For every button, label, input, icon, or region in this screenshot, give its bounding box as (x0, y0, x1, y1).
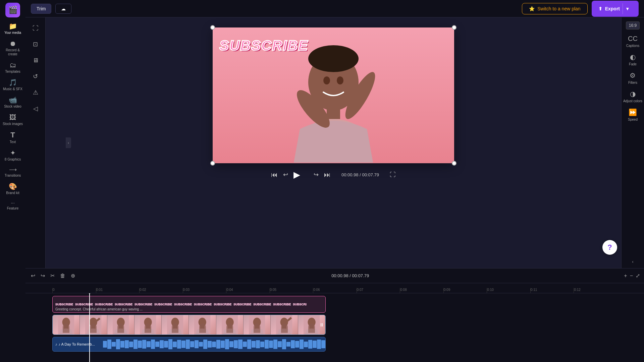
rotate-tool[interactable]: ↺ (29, 70, 42, 83)
zoom-out-button[interactable]: − (630, 273, 633, 279)
play-pause-button[interactable]: ▶ (293, 167, 308, 182)
your-media-icon: 📁 (9, 23, 17, 29)
fade-panel-item[interactable]: ◐ Fade (629, 53, 637, 66)
upload-icon: ⬆ (598, 6, 602, 11)
sidebar-item-graphics[interactable]: ✦ 8 Graphics (1, 147, 25, 164)
svg-rect-23 (173, 326, 178, 329)
sidebar-item-your-media[interactable]: 📁 Your media (1, 20, 25, 38)
help-button[interactable]: ? (602, 240, 617, 255)
svg-point-34 (280, 318, 288, 327)
sidebar-item-transitions[interactable]: ⟶ Transitions (1, 164, 25, 180)
sidebar-item-stock-images[interactable]: 🖼 Stock images (1, 111, 25, 129)
speed-icon: ⏩ (629, 108, 637, 116)
sidebar-item-stock-video[interactable]: 📹 Stock video (1, 94, 25, 111)
video-canvas[interactable]: SUBSCRIBE (213, 27, 454, 163)
star-icon: ⭐ (529, 6, 535, 11)
right-panel: 16:9 CC Captions ◐ Fade ⚙ Filters ◑ Adju… (621, 17, 644, 268)
subscribe-chip-6: SUBSCRIBE (154, 303, 172, 306)
subscribe-chip-4: SUBSCRIBE (115, 303, 132, 306)
skip-forward-button[interactable]: ⏭ (324, 171, 331, 179)
tools-panel: ⛶ ⊡ 🖥 ↺ ⚠ ◁ (25, 17, 46, 268)
skip-back-button[interactable]: ⏮ (271, 171, 278, 179)
waveform-bar (234, 340, 238, 348)
sidebar-collapse-btn[interactable]: › (66, 137, 71, 148)
transitions-icon: ⟶ (9, 167, 17, 172)
add-to-timeline-button[interactable]: ⊕ (69, 271, 76, 280)
adjust-colors-panel-item[interactable]: ◑ Adjust colors (623, 90, 642, 103)
handle-bottom-right[interactable] (452, 161, 457, 166)
delete-button[interactable]: 🗑 (59, 272, 67, 280)
magic-button[interactable]: ☁ (55, 4, 71, 14)
monitor-tool[interactable]: 🖥 (29, 54, 42, 67)
playhead[interactable] (89, 293, 90, 362)
sidebar-item-feature[interactable]: ··· Feature (1, 198, 25, 213)
sidebar-label-transitions: Transitions (5, 174, 21, 178)
thumb-person-svg-7 (216, 315, 243, 335)
svg-rect-29 (227, 326, 232, 329)
sidebar-label-record: Record & create (2, 48, 23, 56)
waveform-bar (164, 341, 168, 348)
export-button[interactable]: ⬆ Export ▾ (592, 1, 639, 17)
waveform-bar (199, 342, 203, 347)
trim-button[interactable]: Trim (31, 4, 51, 14)
ruler-mark-7: 0:07 (357, 288, 400, 293)
export-dropdown-chevron[interactable]: ▾ (623, 3, 632, 14)
cut-button[interactable]: ✂ (49, 271, 56, 280)
adjust-colors-icon: ◑ (630, 90, 636, 98)
sidebar-item-text[interactable]: T Text (1, 129, 25, 147)
svg-point-31 (253, 318, 261, 327)
crop-tool[interactable]: ⊡ (29, 38, 42, 51)
switch-plan-button[interactable]: ⭐ Switch to a new plan (522, 3, 587, 14)
waveform-bar (103, 341, 107, 348)
filters-panel-item[interactable]: ⚙ Filters (628, 71, 637, 84)
magic-icon: ☁ (61, 6, 66, 11)
sidebar-item-brand-kit[interactable]: 🎨 Brand kit (1, 180, 25, 198)
sidebar-label-graphics: 8 Graphics (5, 158, 21, 162)
subscribe-chip-8: SUBSCRIBE (194, 303, 212, 306)
fit-button[interactable]: ⤢ (636, 273, 640, 279)
waveform-bar (186, 340, 190, 349)
svg-rect-17 (118, 326, 123, 329)
sidebar-label-templates: Templates (5, 70, 20, 74)
track-audio[interactable]: ♪ ♪ A Day To Rememb... (52, 337, 326, 352)
waveform-bar (120, 341, 124, 348)
video-thumb-4 (135, 315, 162, 335)
undo-button[interactable]: ↩ (30, 271, 37, 280)
timeline-toolbar: ↩ ↪ ✂ 🗑 ⊕ 00:00.98 / 00:07.79 + − ⤢ (25, 268, 644, 283)
track-video[interactable]: ⏸ (52, 315, 326, 335)
sidebar-item-templates[interactable]: 🗂 Templates (1, 59, 25, 76)
svg-rect-13 (91, 326, 96, 329)
waveform-bar (195, 340, 199, 348)
ruler-mark-12: 0:12 (574, 288, 617, 293)
waveform-bar (304, 342, 308, 347)
waveform-bar (243, 342, 247, 347)
sidebar-item-music[interactable]: 🎵 Music & SFX (1, 76, 25, 94)
track-subscribe[interactable]: SUBSCRIBE SUBSCRIBE SUBSCRIBE SUBSCRIBE … (52, 296, 326, 313)
back-tool[interactable]: ◁ (29, 102, 42, 115)
right-panel-collapse[interactable]: ‹ (632, 259, 634, 264)
ruler-marks: 0 0:01 0:02 0:03 0:04 0:05 0:06 0:07 0:0… (52, 288, 617, 293)
speed-panel-item[interactable]: ⏩ Speed (628, 108, 638, 121)
rewind-5s-button[interactable]: ↩ (283, 171, 288, 178)
zoom-in-button[interactable]: + (624, 273, 627, 279)
track-subscribe-desc: Greeting concept. Cheerful african ameri… (55, 307, 143, 311)
handle-top-right[interactable] (452, 25, 457, 30)
ruler-mark-1: 0:01 (96, 288, 140, 293)
waveform-bar (273, 340, 277, 349)
video-thumbnails (53, 315, 325, 335)
fullscreen-button[interactable]: ⛶ (390, 171, 396, 178)
waveform-bar (252, 341, 256, 348)
captions-panel-item[interactable]: CC Captions (626, 35, 639, 48)
fullscreen-tool[interactable]: ⛶ (29, 21, 42, 35)
handle-bottom-left[interactable] (210, 161, 215, 166)
svg-rect-35 (282, 326, 287, 329)
redo-button[interactable]: ↪ (39, 271, 46, 280)
aspect-ratio-badge[interactable]: 16:9 (626, 21, 640, 29)
svg-point-22 (171, 318, 179, 327)
warning-tool[interactable]: ⚠ (29, 86, 42, 99)
forward-5s-button[interactable]: ↪ (314, 171, 319, 178)
feature-icon: ··· (11, 200, 15, 205)
sidebar-item-record-create[interactable]: ⏺ Record & create (1, 38, 25, 59)
handle-top-left[interactable] (210, 25, 215, 30)
thumb-person-svg-4 (135, 315, 161, 335)
